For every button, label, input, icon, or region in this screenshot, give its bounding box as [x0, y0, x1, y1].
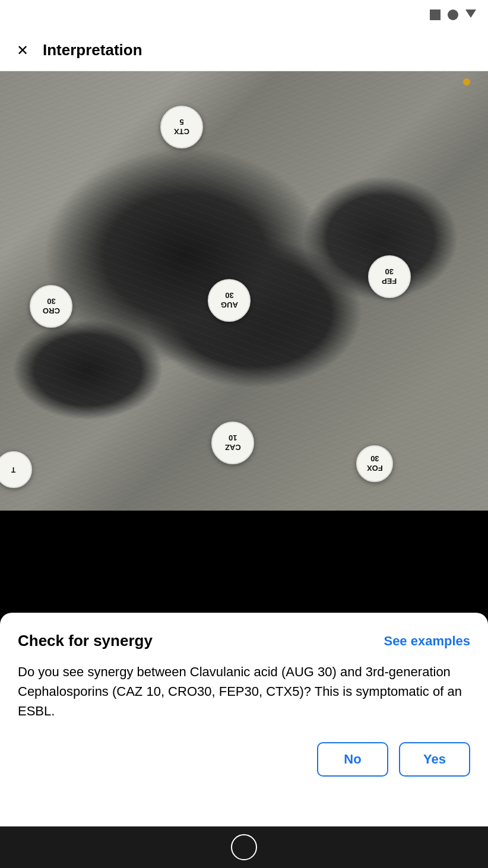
see-examples-link[interactable]: See examples — [384, 632, 470, 649]
disc-aug-label: AUG30 — [221, 291, 238, 309]
circle-icon — [448, 9, 458, 20]
disc-fox-label: FOX30 — [367, 454, 383, 473]
bottom-card: Check for synergy See examples Do you se… — [0, 613, 488, 826]
disc-caz-label: CAZ10 — [225, 433, 241, 452]
home-circle-icon[interactable] — [231, 834, 257, 860]
disc-aug: AUG30 — [208, 279, 251, 322]
svg-marker-0 — [465, 9, 476, 18]
square-icon — [430, 9, 441, 20]
card-title: Check for synergy — [18, 632, 153, 650]
disc-fep: FEP30 — [368, 255, 411, 298]
disc-partial-label: T — [11, 465, 15, 474]
action-buttons: No Yes — [18, 742, 470, 777]
bottom-nav — [0, 826, 488, 868]
disc-cro: CRO30 — [30, 285, 72, 328]
disc-ctx: CTX5 — [160, 106, 203, 148]
disc-cro-label: CRO30 — [43, 297, 60, 315]
close-button[interactable]: ✕ — [14, 41, 31, 60]
disc-caz: CAZ10 — [211, 422, 254, 464]
yes-button[interactable]: Yes — [399, 742, 470, 777]
gold-dot — [463, 78, 470, 85]
disc-ctx-label: CTX5 — [174, 118, 189, 136]
card-header-row: Check for synergy See examples — [18, 632, 470, 650]
disc-fep-label: FEP30 — [382, 267, 397, 286]
dropdown-icon — [465, 9, 476, 20]
disc-fox: FOX30 — [356, 445, 393, 482]
page-title: Interpretation — [43, 41, 142, 59]
status-bar — [0, 0, 488, 30]
card-body-text: Do you see synergy between Clavulanic ac… — [18, 662, 470, 721]
no-button[interactable]: No — [317, 742, 388, 777]
header: ✕ Interpretation — [0, 30, 488, 71]
petri-image: CTX5 CRO30 AUG30 FEP30 CAZ10 FOX30 T — [0, 71, 488, 511]
